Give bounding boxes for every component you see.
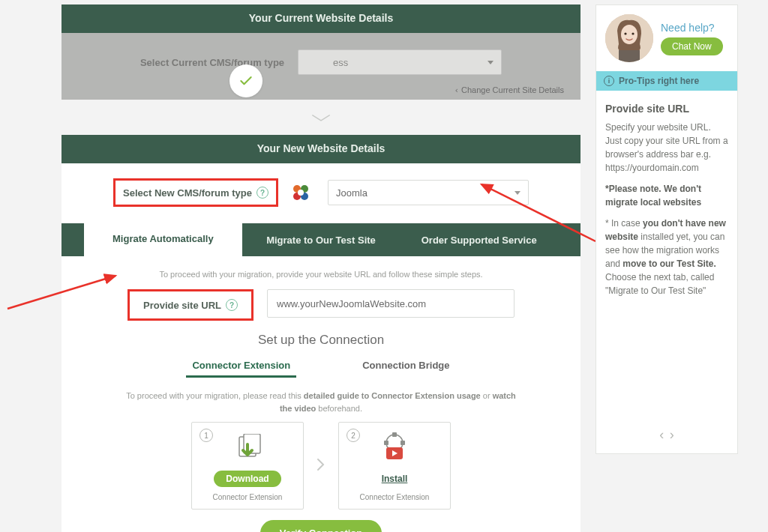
tab-order-service[interactable]: Order Supported Service <box>400 223 558 256</box>
info-icon: i <box>604 76 614 86</box>
current-website-body: Select Current CMS/forum type ess ‹Chang… <box>62 33 580 100</box>
site-url-label-highlighted: Provide site URL ? <box>128 289 254 321</box>
setup-connection-title: Set up the Connection <box>82 333 560 348</box>
download-card[interactable]: 1 Download Connector Extension <box>191 422 304 510</box>
new-website-header: Your New Website Details <box>62 135 580 163</box>
download-icon <box>230 433 265 465</box>
sidebar-nav: ‹ › <box>596 427 737 443</box>
verify-connection-button[interactable]: Verify Connection <box>260 520 382 532</box>
download-button[interactable]: Download <box>214 471 280 487</box>
svg-point-18 <box>624 32 626 34</box>
checkmark-icon <box>230 64 262 97</box>
help-sidebar: Need help? Chat Now i Pro-Tips right her… <box>596 4 738 454</box>
migration-instruction: To proceed with your migration, provide … <box>82 270 560 279</box>
help-icon[interactable]: ? <box>256 187 268 199</box>
svg-rect-11 <box>400 441 405 445</box>
avatar <box>605 14 653 62</box>
svg-rect-10 <box>384 441 388 445</box>
step-1-badge: 1 <box>200 429 213 442</box>
new-cms-select[interactable]: Joomla <box>328 180 529 205</box>
current-website-panel: Your Current Website Details Select Curr… <box>62 4 580 100</box>
svg-point-19 <box>632 32 634 34</box>
install-caption: Connector Extension <box>360 493 430 501</box>
new-website-panel: Your New Website Details Select New CMS/… <box>62 135 580 532</box>
step-2-badge: 2 <box>346 429 360 442</box>
subtab-connection-bridge[interactable]: Connection Bridge <box>356 355 455 378</box>
current-cms-label: Select Current CMS/forum type <box>140 57 284 68</box>
install-video-icon <box>376 433 413 465</box>
sidebar-note: *Please note. We don't migrate local web… <box>605 182 728 209</box>
change-site-link[interactable]: ‹Change Current Site Details <box>76 75 566 95</box>
current-website-title: Your Current Website Details <box>249 12 393 24</box>
current-cms-select[interactable]: ess <box>298 49 502 75</box>
subtab-connector-ext[interactable]: Connector Extension <box>186 355 296 378</box>
pro-tips-banner: i Pro-Tips right here <box>596 71 737 91</box>
chevron-down-icon <box>514 191 520 195</box>
connection-subtabs: Connector Extension Connection Bridge <box>82 355 560 378</box>
new-cms-label-highlighted: Select New CMS/forum type ? <box>113 178 278 207</box>
joomla-icon <box>292 184 310 202</box>
download-caption: Connector Extension <box>213 493 283 501</box>
guide-text: To proceed with your migration, please r… <box>126 390 516 414</box>
section-divider-chevron <box>62 100 580 135</box>
nav-prev-icon[interactable]: ‹ <box>659 427 664 442</box>
svg-rect-8 <box>392 432 397 437</box>
nav-next-icon[interactable]: › <box>670 427 674 442</box>
help-icon[interactable]: ? <box>226 299 238 311</box>
sidebar-heading: Provide site URL <box>605 103 728 115</box>
migration-tabs: Migrate Automatically Migrate to Our Tes… <box>62 223 580 256</box>
tab-migrate-auto[interactable]: Migrate Automatically <box>84 220 242 256</box>
chat-now-button[interactable]: Chat Now <box>661 37 723 55</box>
tab-content: To proceed with your migration, provide … <box>62 256 580 532</box>
site-url-input[interactable]: www.yourNewJoomlaWebsite.com <box>267 289 514 318</box>
tab-migrate-test[interactable]: Migrate to Our Test Site <box>242 223 400 256</box>
chevron-right-icon <box>316 457 326 475</box>
sidebar-p1: Specify your website URL. Just copy your… <box>605 121 728 175</box>
svg-point-4 <box>298 190 304 196</box>
guide-link-detailed[interactable]: detailed guide to Connector Extension us… <box>304 391 481 400</box>
install-link[interactable]: Install <box>370 471 420 487</box>
svg-rect-20 <box>619 50 640 62</box>
new-website-title: Your New Website Details <box>257 142 386 154</box>
current-website-header: Your Current Website Details <box>62 4 580 33</box>
chevron-down-icon <box>488 61 494 64</box>
install-card[interactable]: 2 Install Connector Extension <box>338 422 451 510</box>
need-help-text: Need help? <box>661 22 723 34</box>
svg-point-17 <box>621 25 638 44</box>
sidebar-p2: * In case you don't have new website ins… <box>605 217 728 297</box>
